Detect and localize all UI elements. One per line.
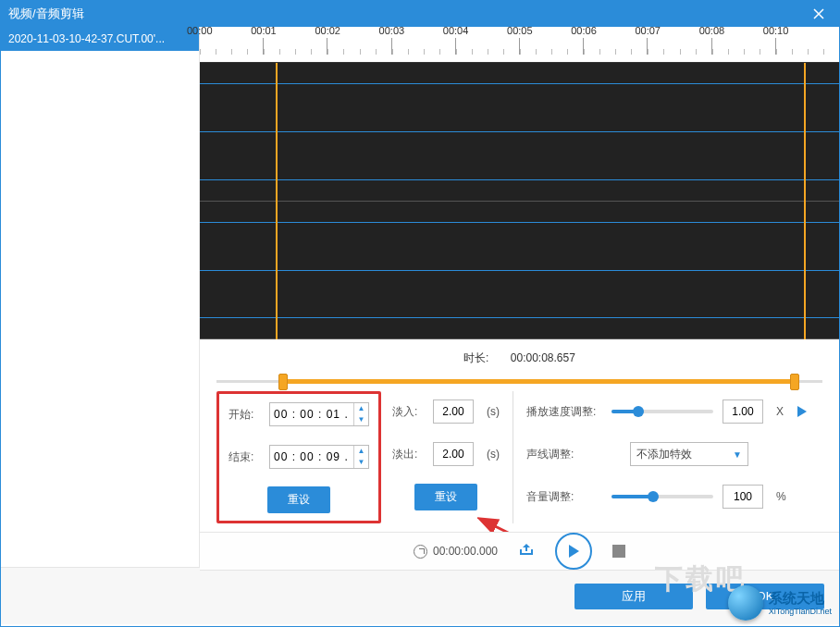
window-title: 视频/音频剪辑 [8, 6, 84, 22]
speed-preview-button[interactable] [793, 402, 811, 421]
footer-bar: 应用 OK [1, 567, 839, 624]
fadein-label: 淡入: [392, 404, 424, 420]
dropdown-icon: ▼ [733, 449, 742, 460]
transport-time-value: 00:00:00.000 [433, 545, 498, 558]
start-time-field[interactable] [270, 405, 353, 424]
file-list-item[interactable]: 2020-11-03-10-42-37.CUT.00'... [1, 27, 199, 51]
duration-label: 时长: [463, 350, 488, 366]
selection-end-line[interactable] [804, 63, 806, 339]
reset-time-button[interactable]: 重设 [267, 486, 330, 513]
start-spin-down[interactable]: ▼ [354, 414, 368, 425]
volume-slider[interactable] [611, 495, 713, 498]
globe-icon [728, 585, 763, 621]
close-icon [813, 8, 824, 19]
end-label: 结束: [229, 449, 260, 465]
duration-display: 时长: 00:00:08.657 [200, 339, 839, 374]
title-bar: 视频/音频剪辑 [1, 1, 839, 27]
watermark-url: XiTongTianDi.net [769, 607, 832, 617]
play-icon [795, 404, 809, 419]
export-icon [518, 542, 535, 557]
close-button[interactable] [808, 3, 830, 25]
play-button[interactable] [555, 533, 592, 570]
transport-time: 00:00:00.000 [414, 545, 498, 559]
watermark-logo: 系统天地 XiTongTianDi.net [728, 585, 832, 621]
fadeout-unit: (s) [487, 448, 500, 461]
speed-input[interactable] [723, 400, 763, 424]
file-sidebar: 2020-11-03-10-42-37.CUT.00'... [1, 27, 200, 567]
voice-select[interactable]: 不添加特效 ▼ [630, 442, 748, 466]
volume-label: 音量调整: [526, 489, 602, 505]
fadein-unit: (s) [487, 405, 500, 418]
speed-slider[interactable] [611, 410, 713, 413]
fadein-input[interactable] [433, 400, 474, 424]
apply-button[interactable]: 应用 [574, 584, 693, 609]
timeline-ruler[interactable]: 00:0000:0100:0200:0300:0400:0500:0600:07… [200, 27, 839, 62]
start-time-input[interactable]: ▲ ▼ [269, 402, 369, 426]
end-time-input[interactable]: ▲ ▼ [269, 445, 369, 469]
speed-field[interactable] [723, 402, 762, 421]
end-time-field[interactable] [270, 448, 353, 466]
fadeout-input[interactable] [433, 442, 474, 466]
clock-icon [414, 545, 427, 559]
range-handle-end[interactable] [790, 374, 799, 390]
time-range-box: 开始: ▲ ▼ 结束: ▲ ▼ [216, 391, 381, 523]
start-label: 开始: [229, 407, 260, 423]
duration-value: 00:00:08.657 [511, 351, 575, 364]
transport-bar: 00:00:00.000 [200, 532, 839, 571]
waveform-area[interactable] [200, 62, 839, 339]
range-handle-start[interactable] [278, 374, 288, 390]
fadein-field[interactable] [434, 402, 473, 421]
reset-fade-button[interactable]: 重设 [414, 484, 477, 510]
selection-start-line[interactable] [276, 63, 278, 339]
fadeout-label: 淡出: [392, 447, 424, 462]
main-panel: 00:0000:0100:0200:0300:0400:0500:0600:07… [200, 27, 839, 567]
end-spin-up[interactable]: ▲ [354, 446, 368, 457]
volume-input[interactable] [723, 485, 763, 509]
watermark-title: 系统天地 [769, 590, 832, 607]
play-icon [567, 544, 580, 559]
start-spin-up[interactable]: ▲ [354, 403, 368, 414]
end-spin-down[interactable]: ▼ [354, 457, 368, 468]
snapshot-button[interactable] [518, 542, 535, 560]
volume-unit: % [776, 490, 786, 503]
speed-unit: X [776, 405, 784, 418]
voice-label: 声线调整: [526, 447, 602, 462]
fadeout-field[interactable] [434, 445, 473, 463]
speed-label: 播放速度调整: [526, 404, 602, 420]
stop-button[interactable] [612, 545, 625, 558]
voice-select-value: 不添加特效 [636, 447, 692, 462]
volume-field[interactable] [723, 487, 762, 506]
